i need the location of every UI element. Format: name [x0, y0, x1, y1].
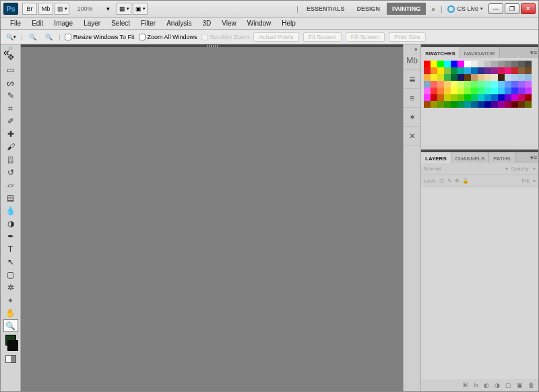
swatch[interactable]: [437, 61, 444, 67]
swatch[interactable]: [498, 101, 505, 108]
zoom-level-input[interactable]: [71, 3, 99, 15]
swatch[interactable]: [478, 74, 484, 81]
crop-tool[interactable]: ⌗: [3, 102, 18, 115]
swatch[interactable]: [464, 101, 471, 108]
blur-tool[interactable]: 💧: [3, 204, 18, 217]
swatch[interactable]: [424, 74, 431, 81]
swatch[interactable]: [424, 61, 431, 67]
swatch[interactable]: [457, 94, 464, 101]
swatch[interactable]: [525, 61, 532, 67]
swatch[interactable]: [525, 94, 532, 101]
shape-tool[interactable]: ▢: [3, 268, 18, 281]
type-tool[interactable]: T: [3, 242, 18, 255]
menu-help[interactable]: Help: [276, 19, 301, 28]
swatch[interactable]: [471, 67, 478, 74]
swatch[interactable]: [437, 101, 444, 108]
swatch[interactable]: [431, 94, 437, 101]
hand-tool[interactable]: ✋: [3, 306, 18, 319]
swatch[interactable]: [491, 88, 498, 94]
swatch[interactable]: [451, 81, 457, 88]
swatch[interactable]: [498, 88, 505, 94]
mini-bridge-icon[interactable]: Mb: [404, 51, 420, 70]
swatch[interactable]: [437, 94, 444, 101]
tool-presets-icon[interactable]: ✕: [404, 127, 420, 145]
swatch[interactable]: [451, 101, 457, 108]
swatch[interactable]: [451, 94, 457, 101]
workspace-design[interactable]: DESIGN: [351, 3, 385, 15]
swatch[interactable]: [484, 74, 491, 81]
swatch[interactable]: [518, 67, 525, 74]
menu-select[interactable]: Select: [106, 19, 135, 28]
path-select-tool[interactable]: ↖: [3, 255, 18, 268]
swatch[interactable]: [478, 88, 484, 94]
blend-mode-select[interactable]: Normal: [424, 166, 503, 172]
swatch[interactable]: [444, 61, 451, 67]
swatch[interactable]: [525, 101, 532, 108]
swatch[interactable]: [444, 81, 451, 88]
swatch[interactable]: [518, 94, 525, 101]
layer-fx-icon[interactable]: fx: [474, 382, 478, 389]
close-button[interactable]: ✕: [521, 3, 536, 14]
move-tool[interactable]: ✥: [3, 51, 18, 63]
swatch[interactable]: [484, 94, 491, 101]
quick-mask-icon[interactable]: [5, 355, 16, 363]
swatch[interactable]: [444, 67, 451, 74]
dodge-tool[interactable]: ◑: [3, 217, 18, 230]
swatch[interactable]: [518, 88, 525, 94]
swatch[interactable]: [484, 88, 491, 94]
cs-live-button[interactable]: CS Live ▾: [447, 5, 483, 13]
link-layers-icon[interactable]: ⌘: [462, 382, 468, 389]
swatch[interactable]: [511, 67, 518, 74]
zoom-out-icon[interactable]: 🔍: [42, 32, 55, 42]
zoom-in-icon[interactable]: 🔍: [26, 32, 38, 42]
swatch[interactable]: [457, 88, 464, 94]
swatch[interactable]: [505, 61, 511, 67]
swatch[interactable]: [457, 74, 464, 81]
layers-panel-menu-icon[interactable]: ▾≡: [529, 152, 538, 163]
zoom-tool[interactable]: 🔍: [3, 319, 18, 332]
fit-screen-button[interactable]: Fit Screen: [303, 32, 342, 42]
swatch[interactable]: [464, 88, 471, 94]
swatch[interactable]: [464, 81, 471, 88]
swatch[interactable]: [431, 74, 437, 81]
swatch[interactable]: [424, 101, 431, 108]
menu-analysis[interactable]: Analysis: [161, 19, 197, 28]
tab-navigator[interactable]: NAVIGATOR: [460, 47, 500, 58]
menu-image[interactable]: Image: [49, 19, 78, 28]
eyedropper-tool[interactable]: ✐: [3, 115, 18, 127]
mini-bridge-shortcut-icon[interactable]: Mb: [38, 3, 53, 15]
swatch[interactable]: [457, 61, 464, 67]
menu-window[interactable]: Window: [242, 19, 277, 28]
brush-tool[interactable]: 🖌: [3, 140, 18, 153]
toolbox-grip[interactable]: «: [1, 46, 20, 51]
swatch[interactable]: [491, 81, 498, 88]
swatch[interactable]: [471, 74, 478, 81]
swatch[interactable]: [525, 74, 532, 81]
menu-filter[interactable]: Filter: [135, 19, 161, 28]
pen-tool[interactable]: ✒: [3, 230, 18, 242]
swatch[interactable]: [525, 67, 532, 74]
menu-3d[interactable]: 3D: [197, 19, 216, 28]
eraser-tool[interactable]: ▱: [3, 178, 18, 191]
delete-layer-icon[interactable]: 🗑: [528, 382, 534, 389]
color-picker[interactable]: [3, 335, 18, 351]
swatch[interactable]: [491, 94, 498, 101]
swatch[interactable]: [424, 67, 431, 74]
bridge-icon[interactable]: Br: [22, 3, 37, 15]
history-panel-icon[interactable]: ≣: [404, 70, 420, 89]
workspace-essentials[interactable]: ESSENTIALS: [301, 3, 350, 15]
swatch[interactable]: [498, 74, 505, 81]
swatch[interactable]: [498, 67, 505, 74]
menu-view[interactable]: View: [216, 19, 242, 28]
quick-select-tool[interactable]: ✎: [3, 89, 18, 102]
workspace-painting[interactable]: PAINTING: [387, 3, 426, 15]
swatch[interactable]: [518, 81, 525, 88]
swatch[interactable]: [511, 88, 518, 94]
swatch[interactable]: [451, 67, 457, 74]
lock-position-icon[interactable]: ✥: [455, 178, 459, 184]
view-extras-icon[interactable]: ▥▾: [55, 3, 69, 15]
swatch[interactable]: [505, 94, 511, 101]
swatch[interactable]: [505, 101, 511, 108]
swatch[interactable]: [491, 74, 498, 81]
tab-paths[interactable]: PATHS: [489, 152, 515, 163]
